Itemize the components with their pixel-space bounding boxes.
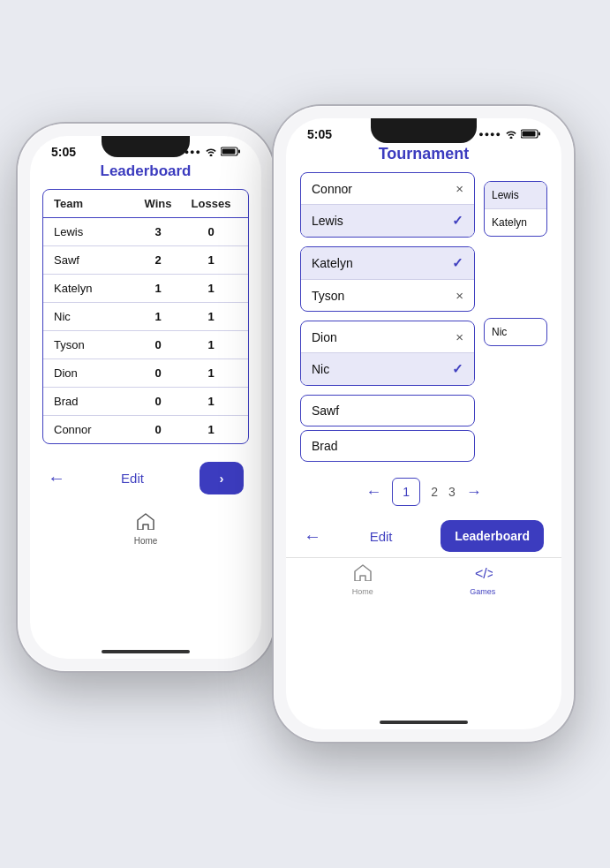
row-losses: 1 [185, 253, 237, 267]
pagination: ← 1 2 3 → [286, 478, 561, 506]
nav-home[interactable]: Home [134, 512, 158, 546]
player-name: Lewis [312, 214, 343, 228]
phone-back-screen: 5:05 ●●● Leaderboard Team Wins Losses [30, 136, 261, 659]
row-wins: 1 [132, 282, 185, 295]
row-losses: 1 [185, 366, 237, 380]
row-losses: 1 [185, 282, 237, 295]
player-name: Nic [312, 362, 329, 376]
page-3-button[interactable]: 3 [448, 485, 456, 499]
bracket-row-tyson: Tyson × [301, 280, 474, 311]
table-row: Tyson 0 1 [43, 331, 248, 359]
bracket-row-nic: Nic ✓ [301, 353, 474, 385]
status-icons-front: ●●●● [478, 128, 540, 141]
result-row-katelyn: Katelyn [485, 209, 546, 236]
result-icon-check: ✓ [452, 361, 463, 377]
svg-rect-5 [538, 132, 540, 135]
row-wins: 0 [132, 366, 185, 380]
row-wins: 0 [132, 338, 185, 351]
result-icon-check: ✓ [452, 255, 463, 271]
front-bottom-bar: ← Edit Leaderboard [286, 513, 561, 557]
wifi-icon-back [205, 146, 217, 159]
row-losses: 1 [185, 395, 237, 408]
battery-icon-back [221, 146, 240, 159]
bracket-result-card-1: Lewis Katelyn [484, 181, 547, 237]
row-team: Tyson [54, 338, 132, 351]
tournament-area: Connor × Lewis ✓ Katelyn ✓ [286, 172, 561, 465]
leaderboard-table: Team Wins Losses Lewis 3 0 Sawf 2 1 Kate… [42, 189, 249, 444]
bracket-row-katelyn: Katelyn ✓ [301, 247, 474, 280]
time-front: 5:05 [307, 127, 332, 141]
row-losses: 1 [185, 423, 237, 436]
table-row: Katelyn 1 1 [43, 275, 248, 303]
tournament-title: Tournament [286, 145, 561, 163]
bracket-group-3: Dion × Nic ✓ [300, 321, 475, 386]
edit-button[interactable]: Edit [121, 471, 144, 486]
row-losses: 0 [185, 225, 237, 238]
table-row: Dion 0 1 [43, 359, 248, 388]
row-team: Nic [54, 310, 132, 323]
table-row: Brad 0 1 [43, 388, 248, 416]
leaderboard-title: Leaderboard [30, 162, 261, 180]
games-label-front: Games [470, 587, 495, 596]
row-losses: 1 [185, 338, 237, 351]
home-icon-front [353, 563, 373, 585]
home-icon [136, 512, 155, 534]
player-name: Connor [312, 182, 352, 196]
row-team: Dion [54, 366, 132, 380]
phone-back: 5:05 ●●● Leaderboard Team Wins Losses [18, 124, 274, 671]
row-team: Connor [54, 423, 132, 436]
row-team: Brad [54, 395, 132, 408]
bracket-spacer [484, 244, 547, 295]
result-row-nic: Nic [485, 319, 546, 345]
pagination-back-arrow[interactable]: ← [365, 483, 381, 502]
page-1-button[interactable]: 1 [392, 478, 420, 506]
col-team: Team [54, 197, 132, 210]
bracket-row-dion: Dion × [301, 321, 474, 353]
row-wins: 0 [132, 423, 185, 436]
home-indicator-back [102, 650, 190, 653]
bracket-group-2: Katelyn ✓ Tyson × [300, 246, 475, 312]
bracket-row-brad: Brad [300, 430, 475, 462]
notch-front [371, 118, 477, 143]
table-row: Lewis 3 0 [43, 218, 248, 246]
home-label: Home [134, 536, 158, 546]
bracket-card-3: Dion × Nic ✓ [300, 321, 475, 386]
home-label-front: Home [352, 587, 373, 596]
row-wins: 3 [132, 225, 185, 238]
front-edit-button[interactable]: Edit [370, 529, 393, 544]
back-arrow-button[interactable]: ← [48, 468, 65, 488]
bracket-row-sawf: Sawf [300, 395, 475, 426]
status-icons-back: ●●● [185, 146, 240, 159]
bracket-right: Lewis Katelyn Nic [484, 181, 547, 346]
result-icon-x: × [456, 288, 463, 303]
pagination-forward-arrow[interactable]: → [466, 483, 482, 502]
row-wins: 2 [132, 253, 185, 267]
next-button[interactable]: › [200, 462, 244, 494]
leaderboard-button[interactable]: Leaderboard [441, 520, 544, 552]
result-icon-check: ✓ [452, 213, 463, 229]
front-back-arrow-button[interactable]: ← [304, 526, 321, 547]
table-row: Sawf 2 1 [43, 246, 248, 275]
nav-games-front[interactable]: </> Games [470, 563, 495, 596]
player-name: Tyson [312, 289, 344, 303]
signal-icon-front: ●●●● [478, 130, 501, 139]
phone-front-screen: 5:05 ●●●● Tournament Co [286, 118, 561, 729]
phone-front: 5:05 ●●●● Tournament Co [274, 106, 574, 742]
home-indicator-front [380, 721, 468, 724]
front-nav-bar: Home </> Games [286, 557, 561, 600]
col-wins: Wins [132, 197, 185, 210]
result-row-lewis: Lewis [485, 182, 546, 209]
row-wins: 0 [132, 395, 185, 408]
table-row: Nic 1 1 [43, 303, 248, 331]
player-name: Dion [312, 330, 337, 344]
page-2-button[interactable]: 2 [431, 485, 438, 499]
table-row: Connor 0 1 [43, 416, 248, 443]
svg-rect-2 [238, 149, 240, 153]
player-name: Katelyn [312, 256, 353, 270]
notch-back [102, 136, 190, 157]
bracket-left: Connor × Lewis ✓ Katelyn ✓ [300, 172, 475, 465]
row-losses: 1 [185, 310, 237, 323]
col-losses: Losses [185, 197, 237, 210]
bracket-row-lewis: Lewis ✓ [301, 205, 474, 237]
nav-home-front[interactable]: Home [352, 563, 373, 596]
